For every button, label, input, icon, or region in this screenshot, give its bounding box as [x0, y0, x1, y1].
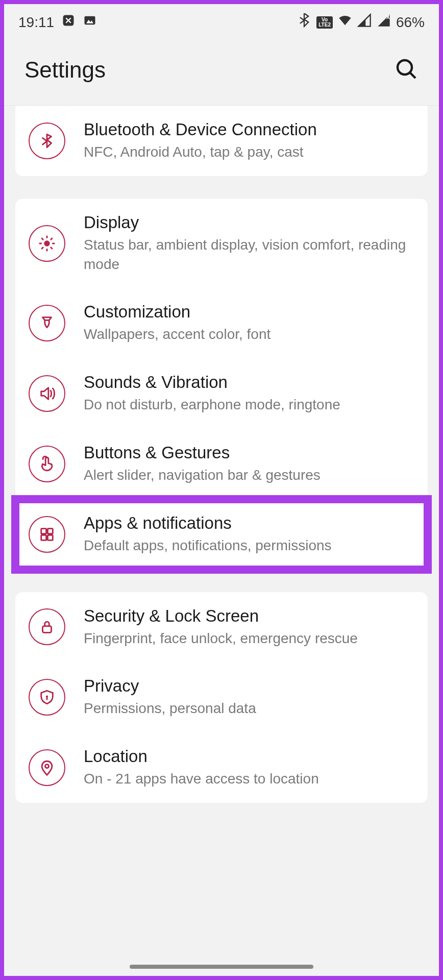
- svg-text:x: x: [386, 13, 390, 20]
- sound-icon: [29, 375, 65, 412]
- settings-list: Bluetooth & Device Connection NFC, Andro…: [4, 106, 439, 803]
- signal-icon-1: [357, 13, 372, 31]
- item-title: Display: [84, 213, 414, 232]
- page-title: Settings: [24, 57, 106, 83]
- svg-rect-8: [47, 528, 53, 533]
- item-title: Bluetooth & Device Connection: [84, 120, 414, 139]
- svg-rect-11: [43, 626, 52, 633]
- item-security[interactable]: Security & Lock Screen Fingerprint, face…: [15, 592, 428, 663]
- svg-point-13: [45, 765, 48, 768]
- item-sounds[interactable]: Sounds & Vibration Do not disturb, earph…: [15, 358, 428, 429]
- item-bluetooth[interactable]: Bluetooth & Device Connection NFC, Andro…: [15, 106, 428, 176]
- item-title: Location: [84, 747, 414, 766]
- status-bar: 19:11 VoLTE2 x 66%: [4, 4, 439, 38]
- settings-section: Bluetooth & Device Connection NFC, Andro…: [15, 106, 428, 176]
- item-subtitle: Fingerprint, face unlock, emergency resc…: [84, 629, 414, 648]
- battery-percent: 66%: [396, 14, 425, 31]
- bluetooth-status-icon: [297, 13, 311, 31]
- svg-rect-10: [47, 535, 53, 540]
- item-buttons-gestures[interactable]: Buttons & Gestures Alert slider, navigat…: [15, 429, 428, 499]
- item-subtitle: Do not disturb, earphone mode, ringtone: [84, 395, 414, 414]
- status-time: 19:11: [18, 14, 54, 31]
- item-subtitle: On - 21 apps have access to location: [84, 769, 414, 789]
- item-subtitle: Permissions, personal data: [84, 699, 414, 718]
- item-location[interactable]: Location On - 21 apps have access to loc…: [15, 732, 428, 803]
- item-title: Apps & notifications: [84, 513, 414, 533]
- item-customization[interactable]: Customization Wallpapers, accent color, …: [15, 288, 428, 358]
- location-icon: [29, 749, 65, 786]
- customization-icon: [29, 305, 65, 341]
- svg-line-5: [410, 72, 415, 78]
- home-indicator[interactable]: [130, 965, 313, 969]
- item-display[interactable]: Display Status bar, ambient display, vis…: [15, 199, 428, 288]
- item-subtitle: NFC, Android Auto, tap & pay, cast: [84, 142, 414, 162]
- app-icon-2: [83, 13, 97, 31]
- svg-rect-7: [41, 528, 46, 533]
- signal-icon-2: x: [377, 13, 391, 31]
- item-title: Privacy: [84, 676, 414, 696]
- volte-badge: VoLTE2: [316, 16, 333, 29]
- item-privacy[interactable]: Privacy Permissions, personal data: [15, 662, 428, 732]
- display-icon: [29, 225, 65, 262]
- item-title: Customization: [84, 302, 414, 322]
- settings-section: Display Status bar, ambient display, vis…: [15, 199, 428, 570]
- svg-point-6: [44, 240, 50, 246]
- svg-rect-9: [41, 535, 46, 540]
- item-subtitle: Alert slider, navigation bar & gestures: [84, 465, 414, 485]
- app-icon-1: [61, 13, 76, 31]
- item-apps-notifications[interactable]: Apps & notifications Default apps, notif…: [15, 499, 428, 570]
- item-title: Security & Lock Screen: [84, 606, 414, 626]
- settings-section: Security & Lock Screen Fingerprint, face…: [15, 592, 428, 803]
- wifi-icon: [338, 13, 352, 31]
- item-subtitle: Status bar, ambient display, vision comf…: [84, 235, 414, 274]
- search-icon: [394, 75, 419, 83]
- item-subtitle: Default apps, notifications, permissions: [84, 536, 414, 555]
- search-button[interactable]: [394, 57, 419, 83]
- gestures-icon: [29, 446, 65, 482]
- lock-icon: [29, 608, 65, 645]
- header: Settings: [4, 38, 439, 106]
- privacy-icon: [29, 679, 65, 716]
- item-subtitle: Wallpapers, accent color, font: [84, 325, 414, 344]
- svg-point-4: [398, 60, 412, 75]
- item-title: Sounds & Vibration: [84, 373, 414, 392]
- bluetooth-icon: [29, 122, 65, 159]
- apps-icon: [29, 516, 65, 553]
- item-title: Buttons & Gestures: [84, 443, 414, 462]
